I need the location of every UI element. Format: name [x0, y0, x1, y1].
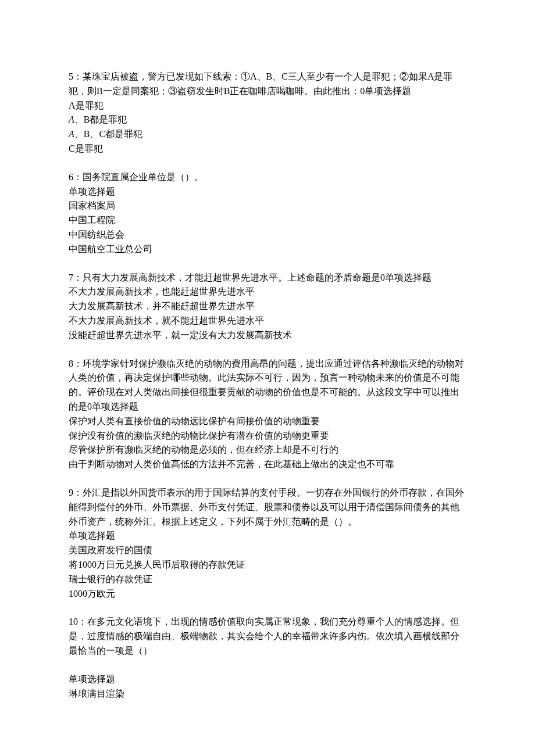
question-9-option-a: 美国政府发行的国债: [69, 543, 466, 558]
question-9-option-c: 瑞士银行的存款凭证: [69, 572, 466, 587]
question-6-type: 单项选择题: [69, 185, 466, 199]
question-6-option-a: 国家档案局: [69, 199, 466, 213]
question-8-option-a: 保护对人类有直接价值的动物远比保护有间接价值的动物重要: [69, 414, 466, 429]
italic-a-prefix: A: [69, 114, 74, 124]
question-9-type: 单项选择题: [69, 529, 466, 543]
question-10-option-a: 琳琅满目渲染: [69, 687, 466, 701]
question-9-stem: 9：外汇是指以外国货币表示的用于国际结算的支付手段。一切存在外国银行的外币存款，…: [69, 486, 466, 529]
question-5-option-b-text: 、B都是罪犯: [74, 114, 127, 124]
question-7-option-c: 不大力发展高新技术，就不能赶超世界先进水平: [69, 314, 466, 328]
question-6-option-d: 中国航空工业总公司: [69, 242, 466, 257]
question-9-option-d: 1000万欧元: [69, 587, 466, 601]
question-5-option-b: A、B都是罪犯: [69, 113, 466, 127]
question-6-stem: 6：国务院直属企业单位是（）。: [69, 170, 466, 185]
blank-line: [69, 658, 466, 673]
question-6-option-c: 中国纺织总会: [69, 228, 466, 242]
question-8: 8：环境学家针对保护濒临灭绝的动物的费用高昂的问题，提出应通过评估各种濒临灭绝的…: [69, 357, 466, 472]
question-7-option-b: 大力发展高新技术，并不能赶超世界先进水平: [69, 299, 466, 314]
question-5-option-c: A、B、C都是罪犯: [69, 127, 466, 142]
question-10-stem: 10：在多元文化语境下，出现的情感价值取向实属正常现象，我们充分尊重个人的情感选…: [69, 615, 466, 658]
question-8-stem: 8：环境学家针对保护濒临灭绝的动物的费用高昂的问题，提出应通过评估各种濒临灭绝的…: [69, 357, 466, 414]
question-9-option-b: 将1000万日元兑换人民币后取得的存款凭证: [69, 558, 466, 572]
question-7: 7：只有大力发展高新技术，才能赶超世界先进水平。上述命题的矛盾命题是0单项选择题…: [69, 271, 466, 343]
question-7-stem: 7：只有大力发展高新技术，才能赶超世界先进水平。上述命题的矛盾命题是0单项选择题: [69, 271, 466, 285]
question-9: 9：外汇是指以外国货币表示的用于国际结算的支付手段。一切存在外国银行的外币存款，…: [69, 486, 466, 601]
question-7-option-d: 没能赶超世界先进水平，就一定没有大力发展高新技术: [69, 328, 466, 343]
question-5-stem: 5：某珠宝店被盗，警方已发现如下线索：①A、B、C三人至少有一个人是罪犯；②如果…: [69, 70, 466, 99]
question-6: 6：国务院直属企业单位是（）。 单项选择题 国家档案局 中国工程院 中国纺织总会…: [69, 170, 466, 257]
question-10: 10：在多元文化语境下，出现的情感价值取向实属正常现象，我们充分尊重个人的情感选…: [69, 615, 466, 701]
question-5: 5：某珠宝店被盗，警方已发现如下线索：①A、B、C三人至少有一个人是罪犯；②如果…: [69, 70, 466, 156]
question-5-option-d: C是罪犯: [69, 142, 466, 156]
question-5-option-a: A是罪犯: [69, 99, 466, 113]
question-8-option-c: 尽管保护所有濒临灭绝的动物是必须的，但在经济上却是不可行的: [69, 443, 466, 457]
question-10-type: 单项选择题: [69, 672, 466, 687]
document-page: 5：某珠宝店被盗，警方已发现如下线索：①A、B、C三人至少有一个人是罪犯；②如果…: [0, 0, 535, 756]
question-8-option-b: 保护没有价值的濒临灭绝的动物比保护有潜在价值的动物更重要: [69, 429, 466, 443]
question-7-option-a: 不大力发展高新技术，也能赶超世界先进水平: [69, 285, 466, 299]
question-6-option-b: 中国工程院: [69, 213, 466, 228]
question-8-option-d: 由于判断动物对人类价值高低的方法并不完善，在此基础上做出的决定也不可靠: [69, 457, 466, 472]
question-5-option-c-text: 、B、C都是罪犯: [74, 129, 142, 139]
italic-a-prefix: A: [69, 129, 74, 139]
